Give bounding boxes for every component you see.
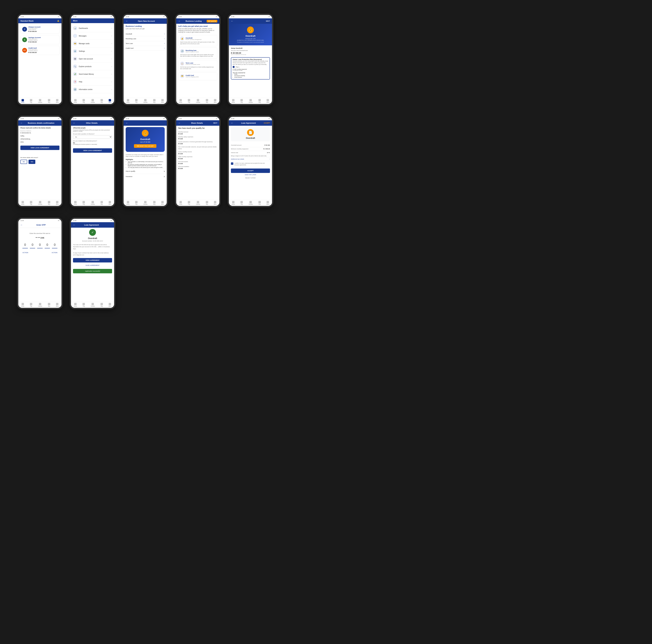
footer-buy-8[interactable]: Buy: [153, 201, 156, 205]
yes-button-6[interactable]: YES: [29, 160, 35, 164]
footer-pay-9[interactable]: Pay: [188, 201, 190, 205]
save-agreement-btn-12[interactable]: SAVE AGREEMENT: [73, 264, 112, 267]
footer-buy-1[interactable]: Buy: [48, 99, 50, 103]
menu-item-messages[interactable]: ✉️ Messages ›: [73, 32, 112, 40]
footer-transfer-4[interactable]: Transfer: [196, 99, 200, 103]
back-arrow-7[interactable]: ←: [73, 122, 75, 124]
account-card-credit[interactable]: CC Credit Card 00-00-000-000-0 Available…: [20, 46, 59, 55]
lending-card-overdraft[interactable]: 💰 Overdraft flexible cashflow management…: [178, 35, 217, 46]
footer-pay-7[interactable]: Pay: [83, 201, 85, 205]
done-button-12[interactable]: DONE: [108, 224, 112, 226]
footer-transfer-3[interactable]: Transfer: [143, 99, 147, 103]
footer-pay-1[interactable]: Pay: [30, 99, 32, 103]
back-arrow-6[interactable]: ←: [20, 122, 23, 124]
footer-transfer-1[interactable]: Transfer: [38, 99, 42, 103]
menu-item-explore[interactable]: 🔍 Explore products ›: [73, 63, 112, 70]
otp-action-right[interactable]: ACTION: [52, 252, 57, 254]
footer-buy-2[interactable]: Buy: [101, 99, 103, 103]
product-item-term-loan[interactable]: Term Loan ›: [126, 41, 165, 46]
product-item-overdraft[interactable]: Overdraft ›: [126, 32, 165, 36]
back-arrow-12[interactable]: ←: [73, 224, 75, 226]
footer-more-12[interactable]: More: [108, 303, 111, 307]
accept-button-header-10[interactable]: ACCEPT: [264, 122, 270, 124]
agreement-checkbox[interactable]: ✓: [231, 162, 233, 165]
footer-more-9[interactable]: More: [214, 201, 216, 205]
back-arrow-10[interactable]: ←: [231, 122, 233, 124]
account-card-cheque[interactable]: C Cheque Account 00-00-000-000-0 Latest …: [20, 25, 59, 34]
otp-digit-4[interactable]: 0: [45, 241, 50, 248]
view-agreement-btn-12[interactable]: VIEW AGREEMENT: [73, 258, 112, 262]
footer-transfer-5[interactable]: Transfer: [248, 99, 253, 103]
otp-digit-2[interactable]: 0: [30, 241, 35, 248]
footer-buy-9[interactable]: Buy: [206, 201, 208, 205]
footer-more-5[interactable]: More: [266, 99, 269, 103]
see-what-btn-8[interactable]: SEE WHAT YOU CAN GET: [134, 144, 156, 148]
additional-loan-details[interactable]: Additional loan details ›: [231, 157, 270, 161]
footer-transfer-7[interactable]: Transfer: [90, 201, 95, 205]
footer-more-7[interactable]: More: [108, 201, 111, 205]
pip-select-1[interactable]: No Yes: [73, 135, 112, 139]
footer-buy-11[interactable]: Buy: [48, 303, 50, 307]
footer-pay-3[interactable]: Pay: [135, 99, 138, 103]
product-item-revolving[interactable]: Revolving Loan ›: [126, 36, 165, 41]
footer-home-10[interactable]: Home: [232, 201, 235, 205]
lending-card-term-loan[interactable]: 📋 Term Loan Suited for immediate needs G…: [178, 60, 217, 71]
footer-home-1[interactable]: Home: [21, 99, 24, 103]
back-arrow-11[interactable]: ←: [20, 224, 23, 226]
footer-more-10[interactable]: More: [266, 201, 269, 205]
footer-home-8[interactable]: Home: [127, 201, 130, 205]
footer-buy-5[interactable]: Buy: [259, 99, 261, 103]
account-card-savings[interactable]: S Savings Account 00-00-000-000-0 Availa…: [20, 35, 59, 44]
back-arrow-4[interactable]: ←: [178, 20, 181, 22]
footer-pay-4[interactable]: Pay: [188, 99, 190, 103]
lending-card-credit-card[interactable]: 💳 Credit Card Used for shopping online: [178, 73, 217, 80]
footer-buy-4[interactable]: Buy: [206, 99, 208, 103]
view-loan-btn-7[interactable]: VIEW LOAN AGREEMENT: [73, 148, 112, 153]
footer-transfer-12[interactable]: Transfer: [90, 303, 95, 307]
footer-transfer-2[interactable]: Transfer: [90, 99, 95, 103]
footer-pay-12[interactable]: Pay: [83, 303, 85, 307]
footer-more-11[interactable]: More: [56, 303, 59, 307]
footer-home-7[interactable]: Home: [74, 201, 77, 205]
footer-buy-3[interactable]: Buy: [153, 99, 156, 103]
back-arrow-8[interactable]: ←: [126, 122, 128, 124]
footer-home-12[interactable]: Home: [74, 303, 77, 307]
footer-more-4[interactable]: More: [214, 99, 216, 103]
next-button-5[interactable]: NEXT: [266, 20, 270, 22]
menu-item-send-instant[interactable]: 💸 Send Instant Money ›: [73, 70, 112, 78]
menu-item-info-centre[interactable]: ℹ️ Information centre ›: [73, 86, 112, 93]
back-arrow-3[interactable]: ←: [126, 20, 128, 22]
footer-pay-2[interactable]: Pay: [83, 99, 85, 103]
otp-digit-1[interactable]: 0: [22, 241, 28, 248]
footer-pay-8[interactable]: Pay: [135, 201, 138, 205]
insurance-section[interactable]: Insurance ›: [126, 174, 165, 179]
footer-home-4[interactable]: Home: [179, 99, 182, 103]
footer-transfer-9[interactable]: Transfer: [196, 201, 200, 205]
how-to-qualify-section[interactable]: How to qualify ›: [126, 169, 165, 174]
footer-pay-6[interactable]: Pay: [30, 201, 32, 205]
footer-buy-7[interactable]: Buy: [101, 201, 103, 205]
menu-item-settings[interactable]: ⚙️ Settings ›: [73, 47, 112, 55]
footer-pay-5[interactable]: Pay: [240, 99, 243, 103]
no-button-6[interactable]: NO: [20, 160, 27, 164]
footer-home-3[interactable]: Home: [127, 99, 130, 103]
footer-transfer-6[interactable]: Transfer: [38, 201, 42, 205]
footer-buy-12[interactable]: Buy: [101, 303, 103, 307]
footer-more-2[interactable]: More: [108, 99, 111, 103]
product-item-credit-card[interactable]: Credit Card ›: [126, 46, 165, 51]
menu-item-dashboards[interactable]: 📊 Dashboards ›: [73, 24, 112, 32]
footer-transfer-10[interactable]: Transfer: [248, 201, 253, 205]
menu-item-open-account[interactable]: ➕ Open new account ›: [73, 55, 112, 63]
view-loan-agreement-button-6[interactable]: VIEW LOAN AGREEMENT: [20, 146, 59, 150]
save-later-button-10[interactable]: SAVE FOR LATER: [231, 173, 270, 177]
footer-more-3[interactable]: More: [161, 99, 164, 103]
footer-home-9[interactable]: Home: [179, 201, 182, 205]
menu-item-manage-cards[interactable]: 💳 Manage cards ›: [73, 40, 112, 47]
otp-digit-5[interactable]: 0: [52, 241, 57, 248]
footer-transfer-8[interactable]: Transfer: [143, 201, 147, 205]
footer-transfer-11[interactable]: Transfer: [38, 303, 42, 307]
footer-pay-10[interactable]: Pay: [240, 201, 243, 205]
footer-home-5[interactable]: Home: [232, 99, 235, 103]
footer-home-6[interactable]: Home: [21, 201, 24, 205]
get-quote-button[interactable]: GET QUOTE: [207, 20, 217, 22]
